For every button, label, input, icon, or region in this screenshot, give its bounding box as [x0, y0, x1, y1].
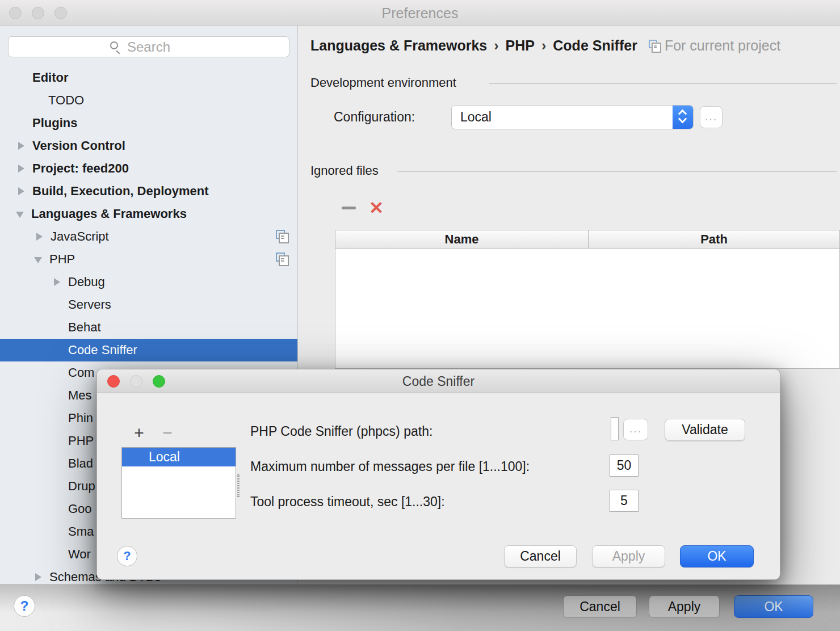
configuration-value: Local — [460, 110, 492, 125]
chevron-down-icon[interactable] — [34, 255, 42, 263]
phpcs-path-input[interactable] — [611, 417, 619, 440]
dialog-apply-button[interactable]: Apply — [592, 545, 665, 567]
remove-ignored-file-icon[interactable] — [342, 207, 356, 209]
breadcrumb: Languages & Frameworks › PHP › Code Snif… — [310, 37, 780, 54]
configuration-browse-button[interactable]: ... — [700, 106, 723, 128]
chevron-right-icon[interactable] — [17, 165, 25, 173]
phpcs-path-label: PHP Code Sniffer (phpcs) path: — [250, 424, 432, 439]
validate-button[interactable]: Validate — [665, 419, 745, 441]
select-stepper-icon[interactable] — [673, 106, 693, 129]
sidebar-item-languages-frameworks[interactable]: Languages & Frameworks — [0, 203, 298, 225]
breadcrumb-code-sniffer: Code Sniffer — [553, 37, 637, 54]
chevron-down-icon[interactable] — [16, 210, 24, 218]
sidebar-item-debug[interactable]: Debug — [0, 271, 298, 293]
configuration-select[interactable]: Local — [451, 105, 694, 129]
chevron-right-icon[interactable] — [35, 233, 43, 241]
main-footer: ? Cancel Apply OK — [0, 584, 840, 631]
column-header-path[interactable]: Path — [589, 230, 839, 248]
sidebar-item-todo[interactable]: TODO — [0, 89, 298, 112]
sidebar-item-plugins[interactable]: Plugins — [0, 112, 298, 134]
sidebar-item-code-sniffer[interactable]: Code Sniffer — [0, 339, 298, 361]
max-messages-label: Maximum number of messages per file [1..… — [250, 459, 530, 474]
ok-button[interactable]: OK — [734, 595, 813, 618]
search-icon — [110, 41, 118, 49]
ignored-files-table: Name Path — [335, 230, 840, 369]
dialog-ok-button[interactable]: OK — [680, 545, 754, 567]
breadcrumb-php[interactable]: PHP — [506, 37, 535, 54]
dialog-cancel-button[interactable]: Cancel — [504, 545, 577, 567]
code-sniffer-dialog: Code Sniffer + − Local PHP Code Sniffer … — [96, 369, 780, 580]
section-divider — [397, 171, 837, 172]
delete-icon[interactable]: ✕ — [369, 197, 384, 218]
chevron-right-icon[interactable] — [53, 278, 61, 286]
configuration-list[interactable]: Local — [121, 447, 236, 519]
breadcrumb-languages-frameworks[interactable]: Languages & Frameworks — [310, 37, 487, 54]
list-item-local[interactable]: Local — [122, 448, 236, 466]
sidebar-item-javascript[interactable]: JavaScript — [0, 225, 298, 248]
sidebar-item-editor[interactable]: Editor — [0, 66, 298, 89]
window-title: Preferences — [0, 5, 840, 22]
sidebar-item-behat[interactable]: Behat — [0, 316, 298, 339]
max-messages-input[interactable] — [610, 455, 639, 477]
search-input[interactable] — [8, 36, 289, 57]
section-divider — [489, 83, 837, 84]
dialog-titlebar: Code Sniffer — [97, 369, 780, 393]
sidebar-item-build-execution-deployment[interactable]: Build, Execution, Deployment — [0, 180, 298, 203]
configuration-label: Configuration: — [334, 110, 415, 125]
for-current-project-icon — [276, 230, 287, 242]
chevron-down-icon — [678, 115, 687, 124]
timeout-label: Tool process timeout, sec [1...30]: — [250, 494, 445, 510]
add-configuration-button[interactable]: + — [130, 424, 148, 441]
sidebar-item-php[interactable]: PHP — [0, 248, 298, 271]
help-button[interactable]: ? — [14, 595, 35, 617]
for-current-project-icon — [649, 40, 660, 52]
scope-label: For current project — [665, 37, 780, 54]
for-current-project-icon — [276, 253, 287, 265]
apply-button[interactable]: Apply — [649, 595, 720, 618]
sidebar-item-version-control[interactable]: Version Control — [0, 134, 298, 157]
section-ignored-files: Ignored files — [310, 163, 379, 178]
splitter-handle-icon[interactable] — [237, 474, 240, 497]
sidebar-item-project[interactable]: Project: feed200 — [0, 157, 298, 180]
breadcrumb-separator: › — [541, 37, 546, 54]
dialog-title: Code Sniffer — [97, 374, 780, 389]
cancel-button[interactable]: Cancel — [563, 595, 637, 618]
chevron-right-icon[interactable] — [17, 142, 25, 150]
section-development-environment: Development environment — [310, 75, 456, 90]
dialog-help-button[interactable]: ? — [117, 546, 137, 566]
breadcrumb-separator: › — [494, 37, 498, 54]
phpcs-path-browse-button[interactable]: ... — [623, 419, 648, 440]
column-header-name[interactable]: Name — [335, 230, 589, 248]
timeout-input[interactable] — [610, 490, 639, 512]
table-header: Name Path — [335, 230, 839, 249]
chevron-right-icon[interactable] — [34, 573, 42, 581]
chevron-right-icon[interactable] — [17, 187, 25, 195]
remove-configuration-button[interactable]: − — [158, 424, 177, 441]
sidebar-item-servers[interactable]: Servers — [0, 293, 298, 316]
main-titlebar: Preferences — [0, 0, 840, 26]
